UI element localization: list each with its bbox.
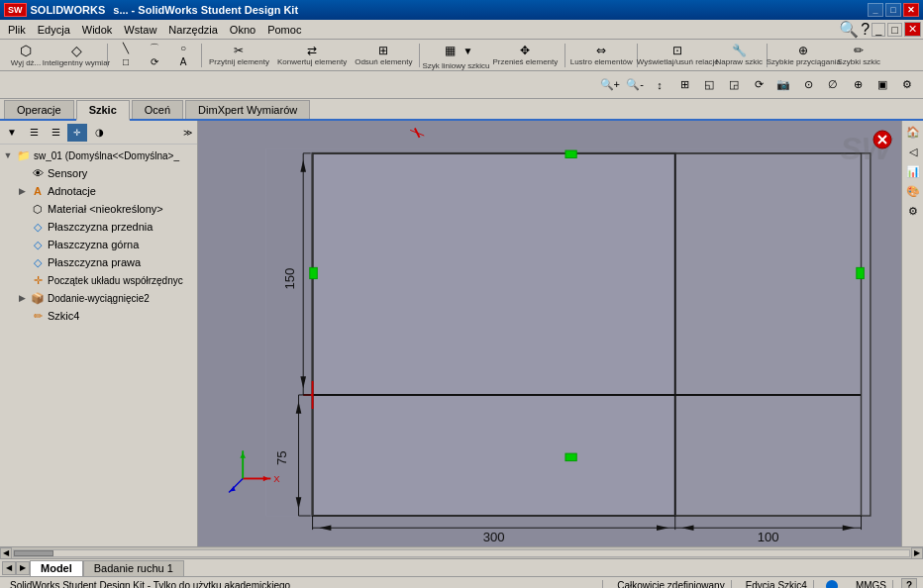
menu-wstaw[interactable]: Wstaw [118, 22, 162, 38]
tree-extrude-item[interactable]: ▶ 📦 Dodanie-wyciągnięcie2 [2, 289, 195, 307]
help-button[interactable]: ? [901, 578, 917, 589]
filter-button[interactable]: ▼ [2, 124, 22, 142]
smart-dimension-button[interactable]: ◇ Inteligentny wymiar [50, 42, 103, 69]
menu-okno[interactable]: Okno [224, 22, 261, 38]
definition-status: Całkowicie zdefiniowany [611, 580, 731, 588]
rapid-label: Szybki szkic [837, 57, 880, 66]
view-next-button[interactable]: ◲ [722, 73, 746, 97]
section-view-button[interactable]: ⊙ [796, 73, 820, 97]
brand-name: SOLIDWORKS [31, 4, 106, 16]
menubar: Plik Edycja Widok Wstaw Narzędzia Okno P… [0, 20, 923, 40]
scroll-right-button[interactable]: ▶ [911, 547, 923, 559]
menu-narzedzia[interactable]: Narzędzia [162, 22, 224, 38]
spline-button[interactable]: ⟳ [141, 55, 168, 68]
move-button[interactable]: ✥ Przenieś elementy [489, 42, 561, 69]
display-button[interactable]: ◑ [89, 124, 109, 142]
tree-sensory-item[interactable]: 👁 Sensory [2, 164, 195, 182]
view-prev-button[interactable]: ◱ [697, 73, 721, 97]
minimize-panel-button[interactable]: _ [872, 23, 885, 37]
view3d-button[interactable]: ▣ [871, 73, 894, 97]
panel-more-button[interactable]: ≫ [179, 125, 195, 141]
tree-origin-item[interactable]: ✛ Początek układu współrzędnyc [2, 271, 195, 289]
tab-prev-button[interactable]: ◀ [2, 561, 16, 575]
tab-next-button[interactable]: ▶ [16, 561, 30, 575]
menu-widok[interactable]: Widok [76, 22, 119, 38]
menu-plik[interactable]: Plik [2, 22, 32, 38]
trim-button[interactable]: ✂ Przytnij elementy [206, 42, 272, 69]
tab-dimxpert[interactable]: DimXpert Wymiarów [185, 100, 310, 119]
chart-button[interactable]: 📊 [904, 162, 922, 180]
3d-viewport[interactable]: 150 75 300 100 [198, 121, 901, 546]
minimize-button[interactable]: _ [868, 3, 883, 17]
tree-adnotacje-item[interactable]: ▶ A Adnotacje [2, 182, 195, 200]
display-style-button[interactable]: ∅ [821, 73, 845, 97]
line-button[interactable]: ╲ [112, 42, 140, 54]
convert-button[interactable]: ⇄ Konwertuj elementy [274, 42, 350, 69]
restore-button[interactable]: □ [885, 3, 901, 17]
menu-edycja[interactable]: Edycja [32, 22, 76, 38]
mirror-button[interactable]: ⇔ Lustro elementów [569, 42, 633, 69]
help-menu-icon[interactable]: ? [861, 21, 870, 39]
zoom-fit-button[interactable]: ↕ [648, 73, 671, 97]
tab-motion1[interactable]: Badanie ruchu 1 [83, 560, 184, 576]
tree-view2-button[interactable]: ☰ [46, 124, 65, 142]
color-button[interactable]: 🎨 [904, 182, 922, 200]
close-panel-button[interactable]: ✕ [904, 22, 921, 37]
root-expander[interactable]: ▼ [2, 149, 14, 161]
extrude-expander[interactable]: ▶ [16, 292, 28, 304]
rect-icon: □ [123, 56, 129, 67]
repair-sketch-button[interactable]: 🔧 Napraw szkic [715, 42, 763, 69]
scroll-thumb[interactable] [14, 550, 53, 556]
feature-tree-panel: ▼ ☰ ☰ ✛ ◑ ≫ ▼ 📁 sw_01 (Domyślna<<Domyśln… [0, 121, 198, 546]
offset-button[interactable]: ⊞ Odsuń elementy [352, 42, 415, 69]
tab-operacje[interactable]: Operacje [4, 100, 74, 119]
quick-snaps-button[interactable]: ⊕ Szybkie przyciągania [771, 42, 835, 69]
tree-sketch4-item[interactable]: ✏ Szkic4 [2, 307, 195, 325]
home-button[interactable]: 🏠 [904, 123, 922, 141]
search-icon[interactable]: 🔍 [839, 20, 859, 39]
tree-view1-button[interactable]: ☰ [24, 124, 44, 142]
horizontal-scrollbar[interactable]: ◀ ▶ [0, 546, 923, 558]
tab-model[interactable]: Model [30, 560, 83, 576]
text-button[interactable]: A [169, 55, 197, 68]
scroll-left-button[interactable]: ◀ [0, 547, 12, 559]
back-view-button[interactable]: ◁ [904, 143, 922, 160]
rect-button[interactable]: □ [112, 55, 140, 68]
plane-right-expander [16, 256, 28, 268]
menu-pomoc[interactable]: Pomoc [261, 22, 307, 38]
tree-plane-front-item[interactable]: ◇ Płaszczyzna przednia [2, 218, 195, 236]
settings-button[interactable]: ⚙ [904, 202, 922, 220]
tree-root-item[interactable]: ▼ 📁 sw_01 (Domyślna<<Domyślna>_ [2, 147, 195, 164]
view-orientation-button[interactable]: 📷 [771, 73, 795, 97]
rapid-sketch-button[interactable]: ✏ Szybki szkic [837, 42, 880, 69]
tree-plane-right-item[interactable]: ◇ Płaszczyzna prawa [2, 253, 195, 271]
zoom-area-button[interactable]: ⊞ [672, 73, 696, 97]
tree-plane-top-item[interactable]: ◇ Płaszczyzna górna [2, 236, 195, 253]
dim-75-label: 75 [274, 451, 289, 466]
tab-szkic[interactable]: Szkic [76, 100, 130, 121]
scene-button[interactable]: ⚙ [895, 73, 919, 97]
circle-button[interactable]: ○ [169, 42, 197, 54]
close-button[interactable]: ✕ [903, 3, 919, 17]
edit-mode: Edycja Szkic4 [740, 580, 814, 588]
show-relations-button[interactable]: ⊡ Wyświetlaj/usuń relacje [642, 42, 713, 69]
svg-rect-7 [565, 150, 576, 158]
arc-button[interactable]: ⌒ [141, 42, 168, 54]
restore-panel-button[interactable]: □ [887, 23, 902, 37]
trim-icon: ✂ [228, 44, 250, 57]
hide-show-button[interactable]: ⊕ [846, 73, 870, 97]
adnotacje-expander[interactable]: ▶ [16, 185, 28, 197]
close-sketch-button[interactable] [872, 129, 893, 150]
root-label: sw_01 (Domyślna<<Domyślna>_ [34, 150, 179, 161]
rotate-button[interactable]: ⟳ [747, 73, 770, 97]
tab-ocen[interactable]: Oceń [132, 100, 183, 119]
linear-pattern-button[interactable]: ▦ ▼ Szyk liniowy szkicu [424, 42, 487, 69]
zoom-in-button[interactable]: 🔍+ [598, 73, 622, 97]
tree-material-item[interactable]: ⬡ Materiał <nieokreślony> [2, 200, 195, 218]
scroll-track[interactable] [13, 549, 910, 557]
add-button[interactable]: ✛ [67, 124, 87, 142]
sensory-icon: 👁 [30, 165, 46, 181]
exit-sketch-button[interactable]: ⬡ Wyj dż... [4, 42, 48, 69]
zoom-out-button[interactable]: 🔍- [623, 73, 647, 97]
repair-icon: 🔧 [728, 44, 750, 57]
